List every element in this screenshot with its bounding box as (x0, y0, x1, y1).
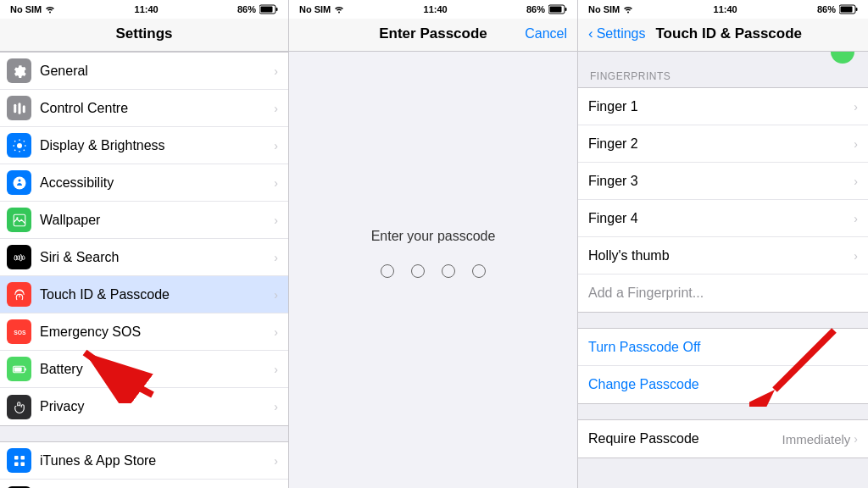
carrier-label: No SIM (10, 4, 42, 14)
sliders-icon (12, 101, 27, 116)
back-label[interactable]: Settings (597, 26, 646, 42)
passcode-carrier: No SIM (299, 4, 344, 14)
accessibility-label: Accessibility (40, 175, 274, 191)
touch-carrier: No SIM (588, 4, 633, 14)
finger-2-label: Finger 2 (588, 136, 854, 152)
svg-rect-16 (14, 456, 19, 460)
control-centre-chevron: › (274, 102, 278, 115)
p3-battery-icon (839, 4, 858, 14)
spacer-1 (578, 313, 868, 328)
svg-rect-17 (20, 456, 25, 460)
settings-panel: No SIM 11:40 86% Settings General › (0, 0, 289, 488)
svg-rect-25 (565, 8, 566, 11)
p2-battery-label: 86% (526, 4, 545, 14)
touch-id-label: Touch ID & Passcode (40, 287, 274, 302)
holly-thumb-chevron: › (854, 249, 858, 263)
finger-3-label: Finger 3 (588, 174, 854, 189)
settings-item-touch-id[interactable]: Touch ID & Passcode › (0, 276, 288, 313)
wallpaper-icon (7, 208, 31, 232)
emergency-chevron: › (274, 325, 278, 339)
passcode-dot-4 (472, 264, 486, 278)
settings-header: Settings (0, 19, 288, 52)
privacy-chevron: › (274, 400, 278, 413)
svg-point-23 (338, 12, 340, 14)
status-bar: No SIM 11:40 86% (0, 0, 288, 19)
display-icon (7, 133, 31, 158)
p3-battery: 86% (817, 4, 858, 14)
svg-rect-2 (275, 8, 277, 11)
touch-id-panel: No SIM 11:40 86% ‹ Settings Touch ID & P… (578, 0, 868, 488)
passcode-status-bar: No SIM 11:40 86% (289, 0, 577, 19)
svg-rect-14 (25, 368, 26, 370)
person-circle-icon (12, 175, 27, 191)
itunes-icon-wrapper (7, 448, 31, 473)
status-time: 11:40 (135, 4, 159, 14)
emergency-icon-wrapper: SOS (7, 319, 31, 344)
general-chevron: › (274, 64, 278, 78)
itunes-chevron: › (274, 454, 278, 468)
battery-label: Battery (40, 362, 274, 377)
finger-1-chevron: › (854, 100, 858, 114)
control-centre-label: Control Centre (40, 101, 274, 116)
wifi-icon (45, 5, 55, 14)
settings-item-battery[interactable]: Battery › (0, 351, 288, 388)
emergency-label: Emergency SOS (40, 324, 274, 340)
accessibility-chevron: › (274, 176, 278, 190)
svg-rect-15 (14, 367, 21, 371)
status-battery: 86% (237, 4, 278, 14)
svg-point-7 (17, 143, 22, 148)
settings-item-accessibility[interactable]: Accessibility › (0, 164, 288, 202)
finger-4-label: Finger 4 (588, 211, 854, 226)
settings-item-wallpaper[interactable]: Wallpaper › (0, 202, 288, 239)
siri-wave-icon (12, 250, 27, 265)
privacy-label: Privacy (40, 399, 274, 414)
siri-label: Siri & Search (40, 250, 274, 265)
battery-icon-wrapper (7, 357, 31, 381)
settings-item-siri[interactable]: Siri & Search › (0, 239, 288, 276)
touch-status-bar: No SIM 11:40 86% (578, 0, 868, 19)
settings-item-privacy[interactable]: Privacy › (0, 388, 288, 425)
finger-3-item[interactable]: Finger 3 › (578, 163, 868, 200)
spacer (0, 426, 288, 441)
green-circle-area (578, 52, 868, 58)
svg-rect-5 (18, 103, 20, 114)
turn-passcode-off-item[interactable]: Turn Passcode Off (578, 329, 868, 366)
holly-thumb-item[interactable]: Holly's thumb › (578, 237, 868, 274)
p2-wifi-icon (334, 5, 344, 14)
hand-icon (12, 399, 27, 414)
control-centre-icon (7, 96, 31, 120)
holly-thumb-label: Holly's thumb (588, 248, 854, 263)
settings-item-wallet[interactable]: Wallet & Apple Pay › (0, 480, 288, 488)
svg-rect-18 (14, 462, 19, 466)
settings-item-display[interactable]: Display & Brightness › (0, 127, 288, 164)
settings-item-control-centre[interactable]: Control Centre › (0, 90, 288, 127)
passcode-prompt: Enter your passcode (371, 229, 496, 244)
svg-rect-26 (549, 7, 561, 13)
svg-rect-29 (855, 8, 857, 11)
wallpaper-label: Wallpaper (40, 213, 274, 228)
finger-4-item[interactable]: Finger 4 › (578, 200, 868, 237)
passcode-actions-group: Turn Passcode Off Change Passcode (578, 328, 868, 404)
settings-list: General › Control Centre › Display & Bri… (0, 52, 288, 488)
app-store-icon (12, 453, 27, 469)
settings-item-general[interactable]: General › (0, 53, 288, 90)
finger-1-item[interactable]: Finger 1 › (578, 88, 868, 125)
p2-time: 11:40 (424, 4, 448, 14)
add-fingerprint-item[interactable]: Add a Fingerprint... (578, 274, 868, 312)
change-passcode-item[interactable]: Change Passcode (578, 366, 868, 403)
status-carrier: No SIM (10, 4, 55, 14)
settings-group-main: General › Control Centre › Display & Bri… (0, 52, 288, 426)
svg-rect-3 (260, 7, 272, 13)
finger-2-item[interactable]: Finger 2 › (578, 125, 868, 163)
require-passcode-item[interactable]: Require Passcode Immediately › (578, 420, 868, 458)
back-chevron[interactable]: ‹ (588, 25, 593, 42)
settings-item-emergency[interactable]: SOS Emergency SOS › (0, 313, 288, 351)
change-passcode-label: Change Passcode (588, 377, 858, 392)
passcode-dot-2 (411, 264, 425, 278)
cancel-button[interactable]: Cancel (525, 26, 567, 42)
p3-wifi-icon (623, 5, 633, 14)
battery-chevron: › (274, 363, 278, 376)
touch-id-content: FINGERPRINTS Finger 1 › Finger 2 › Finge… (578, 52, 868, 488)
settings-item-itunes[interactable]: iTunes & App Store › (0, 442, 288, 480)
p3-time: 11:40 (714, 4, 737, 14)
